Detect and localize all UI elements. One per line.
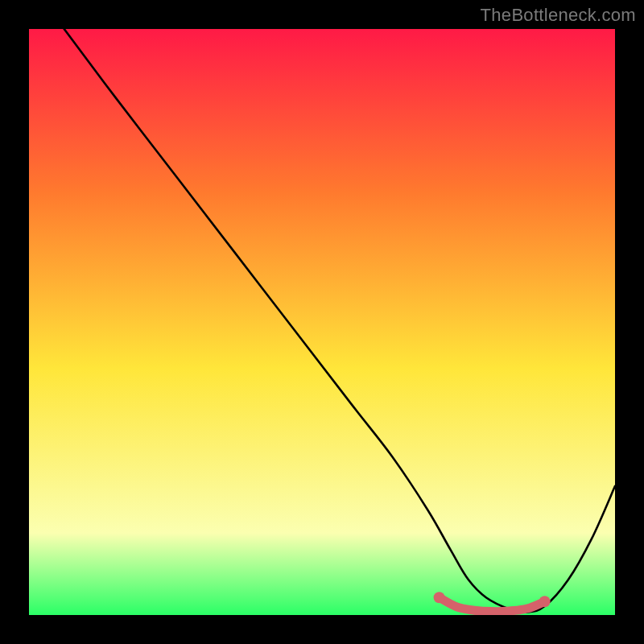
watermark-text: TheBottleneck.com bbox=[481, 5, 636, 26]
chart-frame: TheBottleneck.com bbox=[0, 0, 644, 644]
sweet-spot-endpoint bbox=[539, 596, 551, 607]
sweet-spot-endpoint bbox=[434, 592, 445, 603]
chart-plot-area bbox=[29, 29, 615, 615]
chart-svg bbox=[29, 29, 615, 615]
gradient-background bbox=[29, 29, 615, 615]
